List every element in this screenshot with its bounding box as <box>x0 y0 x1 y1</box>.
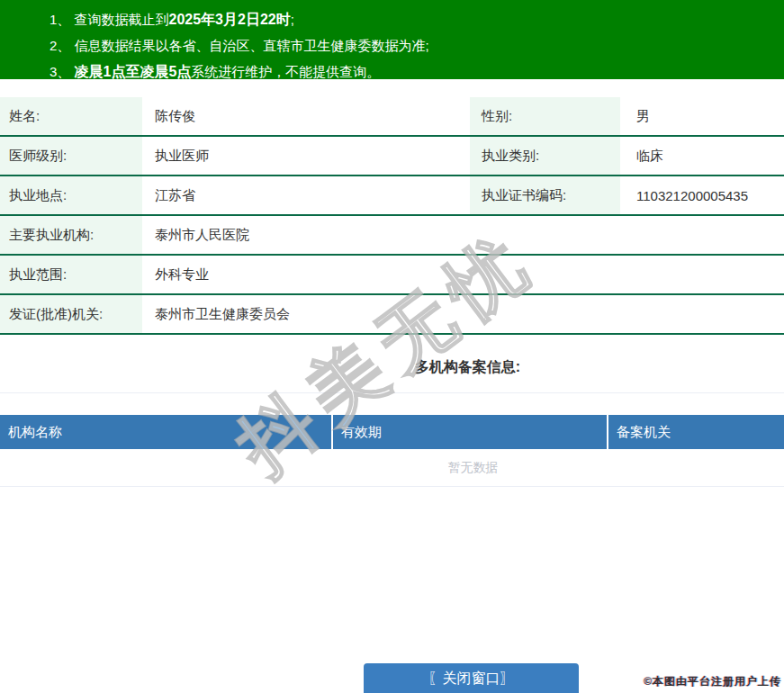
practice-scope-label: 执业范围: <box>0 256 142 293</box>
table-row: 执业范围: 外科专业 <box>0 256 784 295</box>
table-row: 主要执业机构: 泰州市人民医院 <box>0 216 784 256</box>
records-empty-row: 暂无数据 <box>0 449 784 486</box>
notice-text: 2、 信息数据结果以各省、自治区、直辖市卫生健康委数据为准; <box>50 38 429 53</box>
table-row: 医师级别: 执业医师 执业类别: 临床 <box>0 137 784 176</box>
issuing-authority-value: 泰州市卫生健康委员会 <box>142 295 784 333</box>
table-row: 发证(批准)机关: 泰州市卫生健康委员会 <box>0 295 784 335</box>
gender-label: 性别: <box>470 97 620 135</box>
certificate-number-value: 110321200005435 <box>620 176 784 214</box>
notice-text: 1、 查询数据截止到 <box>50 12 169 27</box>
table-row: 执业地点: 江苏省 执业证书编码: 110321200005435 <box>0 176 784 216</box>
main-institution-label: 主要执业机构: <box>0 216 142 254</box>
records-table-header: 机构名称 有效期 备案机关 <box>0 415 784 449</box>
notice-bold-text: 2025年3月2日22时 <box>169 12 291 27</box>
divider-line <box>0 486 784 487</box>
certificate-number-label: 执业证书编码: <box>470 176 620 214</box>
notice-line-1: 1、 查询数据截止到2025年3月2日22时; <box>50 6 784 32</box>
practice-type-value: 临床 <box>620 137 784 175</box>
column-header-validity-period: 有效期 <box>333 415 608 449</box>
license-query-result-page: { "notice": { "items": [ { "pre": "1、 查询… <box>0 0 784 693</box>
close-window-button[interactable]: 〖关闭窗口〗 <box>364 663 579 693</box>
copyright-watermark-text: ©本图由平台注册用户上传 <box>644 674 781 689</box>
issuing-authority-label: 发证(批准)机关: <box>0 295 142 333</box>
gender-value: 男 <box>620 97 784 135</box>
divider-line <box>0 392 784 393</box>
practice-location-value: 江苏省 <box>142 176 470 214</box>
table-row: 姓名: 陈传俊 性别: 男 <box>0 97 784 137</box>
notice-line-3: 3、 凌晨1点至凌晨5点系统进行维护，不能提供查询。 <box>50 58 784 85</box>
empty-data-text: 暂无数据 <box>448 460 499 476</box>
doctor-level-value: 执业医师 <box>142 137 470 175</box>
notice-bold-text: 凌晨1点至凌晨5点 <box>75 64 192 79</box>
practice-location-label: 执业地点: <box>0 176 142 214</box>
practice-scope-value: 外科专业 <box>142 256 784 293</box>
notice-text: 系统进行维护，不能提供查询。 <box>191 64 380 79</box>
main-institution-value: 泰州市人民医院 <box>142 216 784 254</box>
column-header-record-authority: 备案机关 <box>608 415 784 449</box>
notice-banner: 1、 查询数据截止到2025年3月2日22时; 2、 信息数据结果以各省、自治区… <box>0 0 784 79</box>
notice-line-2: 2、 信息数据结果以各省、自治区、直辖市卫生健康委数据为准; <box>50 32 784 58</box>
name-label: 姓名: <box>0 97 142 135</box>
column-header-institution-name: 机构名称 <box>0 415 333 449</box>
multi-institution-section-title: 多机构备案信息: <box>76 356 784 378</box>
doctor-level-label: 医师级别: <box>0 137 142 175</box>
notice-text: 3、 <box>50 64 75 79</box>
notice-text: ; <box>291 12 294 27</box>
doctor-info-table: 姓名: 陈传俊 性别: 男 医师级别: 执业医师 执业类别: 临床 执业地点: … <box>0 97 784 335</box>
practice-type-label: 执业类别: <box>470 137 620 175</box>
name-value: 陈传俊 <box>142 97 470 135</box>
